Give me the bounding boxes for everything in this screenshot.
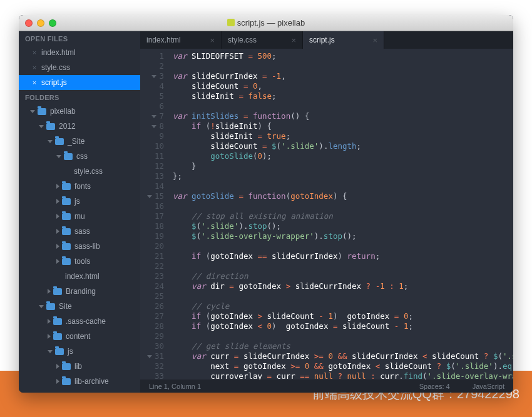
code-line[interactable]: curroverlay = curr == null ? null : curr… — [173, 371, 513, 379]
line-number[interactable]: 7 — [143, 111, 164, 121]
code-line[interactable]: if (!slideInit) { — [173, 121, 513, 131]
line-number[interactable]: 21 — [143, 251, 164, 261]
code-line[interactable]: var gotoSlide = function(gotoIndex) { — [173, 191, 513, 201]
code-line[interactable]: // get slide elements — [173, 341, 513, 351]
line-number[interactable]: 25 — [143, 291, 164, 301]
code-line[interactable]: var initSlides = function() { — [173, 111, 513, 121]
disclosure-icon[interactable] — [56, 244, 59, 249]
editor-tab[interactable]: style.css× — [222, 31, 303, 49]
line-gutter[interactable]: 1234567891011121314151617181920212223242… — [140, 49, 169, 379]
code-line[interactable]: }; — [173, 171, 513, 181]
line-number[interactable]: 31 — [143, 351, 164, 361]
folder-item[interactable]: lib — [19, 359, 140, 374]
line-number[interactable]: 16 — [143, 201, 164, 211]
fold-icon[interactable] — [147, 195, 152, 198]
line-number[interactable]: 15 — [143, 191, 164, 201]
line-number[interactable]: 30 — [143, 341, 164, 351]
line-number[interactable]: 32 — [143, 361, 164, 371]
disclosure-icon[interactable] — [48, 319, 51, 324]
code-line[interactable] — [173, 241, 513, 251]
folder-item[interactable]: fonts — [19, 179, 140, 194]
folder-item[interactable]: mu — [19, 209, 140, 224]
line-number[interactable]: 23 — [143, 271, 164, 281]
code-line[interactable]: next = gotoIndex >= 0 && gotoIndex < sli… — [173, 361, 513, 371]
line-number[interactable]: 10 — [143, 141, 164, 151]
code-line[interactable]: var dir = gotoIndex > slideCurrIndex ? -… — [173, 281, 513, 291]
line-number[interactable]: 9 — [143, 131, 164, 141]
disclosure-icon[interactable] — [56, 259, 59, 264]
line-number[interactable]: 19 — [143, 231, 164, 241]
folder-item[interactable]: content — [19, 329, 140, 344]
code-line[interactable]: gotoSlide(0); — [173, 151, 513, 161]
code-line[interactable] — [173, 261, 513, 271]
code-line[interactable]: $('.slide-overlay-wrapper').stop(); — [173, 231, 513, 241]
folder-item[interactable]: _Site — [19, 134, 140, 149]
editor-tab[interactable]: index.html× — [140, 31, 222, 49]
folder-item[interactable]: pixellab — [19, 104, 140, 119]
close-icon[interactable]: × — [30, 62, 39, 73]
maximize-icon[interactable] — [49, 19, 56, 27]
close-icon[interactable] — [25, 19, 33, 27]
line-number[interactable]: 12 — [143, 161, 164, 171]
editor-tab[interactable]: script.js× — [303, 31, 384, 49]
code-line[interactable]: slideCount = 0, — [173, 81, 513, 91]
disclosure-icon[interactable] — [56, 199, 59, 204]
close-icon[interactable]: × — [291, 36, 296, 45]
disclosure-icon[interactable] — [48, 350, 53, 353]
line-number[interactable]: 1 — [143, 51, 164, 61]
line-number[interactable]: 33 — [143, 371, 164, 379]
line-number[interactable]: 4 — [143, 81, 164, 91]
folder-item[interactable]: 2012 — [19, 119, 140, 134]
folder-item[interactable]: sass-lib — [19, 239, 140, 254]
folder-item[interactable]: Site — [19, 299, 140, 314]
disclosure-icon[interactable] — [56, 184, 59, 189]
folder-item[interactable]: lib-archive — [19, 374, 140, 389]
line-number[interactable]: 6 — [143, 101, 164, 111]
folder-item[interactable]: js — [19, 194, 140, 209]
code-line[interactable] — [173, 61, 513, 71]
code-area[interactable]: var SLIDEOFFSET = 500; var slideCurrInde… — [169, 49, 513, 379]
code-line[interactable] — [173, 101, 513, 111]
line-number[interactable]: 24 — [143, 281, 164, 291]
fold-icon[interactable] — [151, 115, 156, 118]
fold-icon[interactable] — [151, 125, 156, 128]
code-line[interactable]: var SLIDEOFFSET = 500; — [173, 51, 513, 61]
line-number[interactable]: 8 — [143, 121, 164, 131]
line-number[interactable]: 18 — [143, 221, 164, 231]
file-item[interactable]: style.css — [19, 164, 140, 179]
open-file-item[interactable]: ×style.css — [19, 60, 140, 75]
close-icon[interactable]: × — [372, 36, 377, 45]
folder-item[interactable]: css — [19, 149, 140, 164]
code-line[interactable]: slideCount = $('.slide').length; — [173, 141, 513, 151]
line-number[interactable]: 11 — [143, 151, 164, 161]
disclosure-icon[interactable] — [48, 140, 53, 143]
code-line[interactable]: // stop all existing animation — [173, 211, 513, 221]
disclosure-icon[interactable] — [39, 305, 44, 308]
disclosure-icon[interactable] — [30, 110, 35, 113]
folder-item[interactable]: Branding — [19, 284, 140, 299]
code-line[interactable]: // direction — [173, 271, 513, 281]
disclosure-icon[interactable] — [56, 155, 61, 158]
disclosure-icon[interactable] — [48, 289, 51, 294]
code-line[interactable]: // cycle — [173, 301, 513, 311]
disclosure-icon[interactable] — [48, 334, 51, 339]
line-number[interactable]: 22 — [143, 261, 164, 271]
line-number[interactable]: 13 — [143, 171, 164, 181]
code-line[interactable]: var slideCurrIndex = -1, — [173, 71, 513, 81]
folder-item[interactable]: tools — [19, 254, 140, 269]
code-line[interactable]: $('.slide').stop(); — [173, 221, 513, 231]
code-line[interactable] — [173, 201, 513, 211]
disclosure-icon[interactable] — [39, 125, 44, 128]
code-line[interactable]: if (gotoIndex < 0) gotoIndex = slideCoun… — [173, 321, 513, 331]
disclosure-icon[interactable] — [56, 229, 59, 234]
code-line[interactable]: if (gotoIndex > slideCount - 1) gotoInde… — [173, 311, 513, 321]
folder-item[interactable]: js — [19, 344, 140, 359]
code-line[interactable]: if (gotoIndex == slideCurrIndex) return; — [173, 251, 513, 261]
cursor-position[interactable]: Line 1, Column 1 — [149, 383, 201, 390]
disclosure-icon[interactable] — [56, 379, 59, 384]
line-number[interactable]: 28 — [143, 321, 164, 331]
folder-item[interactable]: sass — [19, 224, 140, 239]
close-icon[interactable]: × — [30, 77, 39, 88]
line-number[interactable]: 26 — [143, 301, 164, 311]
line-number[interactable]: 20 — [143, 241, 164, 251]
